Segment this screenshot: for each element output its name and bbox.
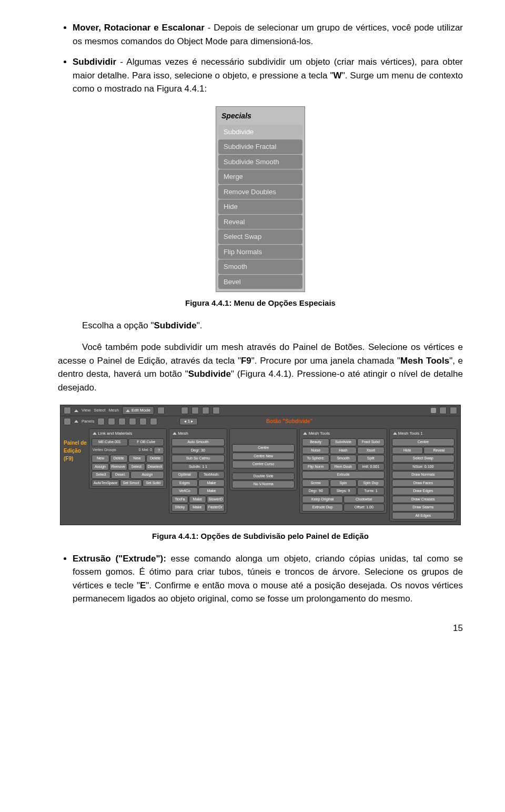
para-mesh-tools: Você também pode subdividir um mesh atra…: [58, 340, 463, 394]
ob-field[interactable]: F OB:Cube: [128, 438, 164, 446]
layer-icon[interactable]: [439, 407, 447, 414]
ctx-script-icon[interactable]: [108, 418, 115, 425]
menu-item-subdivide-smooth[interactable]: Subdivide Smooth: [218, 155, 302, 169]
viewport-header: View Select Mesh Edit Mode: [60, 405, 460, 416]
frame-number[interactable]: ◂ 1 ▸: [179, 418, 198, 425]
chevron-down-icon[interactable]: [74, 420, 78, 423]
centre-button[interactable]: Centre: [232, 444, 295, 452]
figure-blender-panel: View Select Mesh Edit Mode Panels: [58, 405, 463, 525]
figure-specials-menu: Specials Subdivide Subdivide Fractal Sub…: [58, 106, 463, 293]
bullet-subdivide: Subdividir - Algumas vezes é necessário …: [73, 55, 463, 96]
buttons-type-icon[interactable]: [64, 418, 71, 425]
chevron-down-icon[interactable]: [93, 432, 97, 435]
menu-item-flip-normals[interactable]: Flip Normals: [218, 245, 302, 259]
menu-item-smooth[interactable]: Smooth: [218, 259, 302, 274]
chevron-down-icon[interactable]: [303, 432, 307, 435]
page-number: 15: [58, 621, 463, 635]
viewport-type-icon[interactable]: [64, 407, 71, 414]
mode-icon: [126, 409, 130, 412]
chevron-down-icon[interactable]: [74, 409, 78, 412]
ctx-scene-icon[interactable]: [150, 418, 157, 425]
menu-item-hide[interactable]: Hide: [218, 199, 302, 214]
extrude-button[interactable]: Extrude: [302, 471, 384, 479]
bullet-extrude: Extrusão ("Extrude"): esse comando along…: [73, 552, 463, 606]
specials-context-menu[interactable]: Specials Subdivide Subdivide Fractal Sub…: [216, 106, 305, 293]
top-bullet-list: Mover, Rotacionar e Escalonar - Depois d…: [58, 21, 463, 96]
mesh-menu[interactable]: Mesh: [108, 407, 119, 414]
chevron-down-icon[interactable]: [173, 432, 177, 435]
select-menu[interactable]: Select: [94, 407, 105, 414]
panel-mesh-tools: Mesh Tools BeautySubdivideFract Subd Noi…: [299, 428, 387, 514]
chevron-down-icon[interactable]: [393, 432, 397, 435]
pivot-icon[interactable]: [181, 407, 188, 414]
menu-item-reveal[interactable]: Reveal: [218, 215, 302, 229]
ctx-object-icon[interactable]: [129, 418, 136, 425]
view-menu[interactable]: View: [82, 407, 90, 414]
lock-icon[interactable]: [431, 408, 436, 413]
menu-item-merge[interactable]: Merge: [218, 169, 302, 184]
menu-item-subdivide-fractal[interactable]: Subdivide Fractal: [218, 139, 302, 154]
draw-type-icon[interactable]: [157, 407, 165, 414]
ctx-edit-icon[interactable]: [139, 418, 147, 425]
panel-centre: Centre Centre New Centre Curso Double Si…: [229, 428, 297, 490]
bullet-move-rotate-scale: Mover, Rotacionar e Escalonar - Depois d…: [73, 21, 463, 48]
subdivide-button[interactable]: Subdivide: [330, 438, 357, 446]
new-button[interactable]: New: [92, 455, 109, 463]
menu-item-subdivide[interactable]: Subdivide: [218, 125, 302, 139]
panel-columns: Painel de Edição (F9) Link and Materials…: [60, 426, 460, 525]
me-field[interactable]: ME:Cube.001: [92, 438, 127, 446]
buttons-header: Panels ◂ 1 ▸ Botão "Subdivide": [60, 416, 460, 426]
extra-icon[interactable]: [450, 407, 457, 414]
panels-label: Panels: [82, 418, 94, 425]
bullet2-key: W: [334, 71, 342, 81]
ctx-shading-icon[interactable]: [118, 418, 126, 425]
bottom-bullet-list: Extrusão ("Extrude"): esse comando along…: [58, 552, 463, 606]
bullet2-lead: Subdividir: [73, 57, 116, 67]
panel-mesh-tools-1: Mesh Tools 1 Centre HideReveal Select Sw…: [389, 428, 457, 522]
mode-dropdown[interactable]: Edit Mode: [122, 406, 154, 415]
selmode-vert-icon[interactable]: [191, 407, 199, 414]
bullet3-lead: Extrusão ("Extrude"):: [73, 554, 166, 564]
selmode-edge-icon[interactable]: [202, 407, 209, 414]
para-choose-subdivide: Escolha a opção "Subdivide".: [58, 319, 463, 333]
selmode-face-icon[interactable]: [213, 407, 220, 414]
menu-item-bevel[interactable]: Bevel: [218, 275, 302, 289]
caption-specials: Figura 4.4.1: Menu de Opções Especiais: [58, 297, 463, 309]
panel-link-materials: Link and Materials ME:Cube.001F OB:Cube …: [89, 428, 167, 489]
ctx-logic-icon[interactable]: [97, 418, 105, 425]
panel-mesh: Mesh Auto Smooth Degr: 30 Sub Su Catmu S…: [169, 428, 227, 514]
caption-blender: Figura 4.4.1: Opções de Subdivisão pelo …: [58, 530, 463, 543]
annotation-painel-edicao: Painel de Edição (F9): [64, 428, 87, 463]
menu-item-select-swap[interactable]: Select Swap: [218, 229, 302, 244]
annotation-subdivide: Botão "Subdivide": [266, 417, 312, 425]
bullet1-lead: Mover, Rotacionar e Escalonar: [73, 23, 205, 33]
menu-item-remove-doubles[interactable]: Remove Doubles: [218, 185, 302, 199]
blender-edit-panel: View Select Mesh Edit Mode Panels: [60, 405, 461, 525]
delete-button[interactable]: Delete: [110, 455, 128, 463]
specials-header: Specials: [218, 109, 302, 125]
